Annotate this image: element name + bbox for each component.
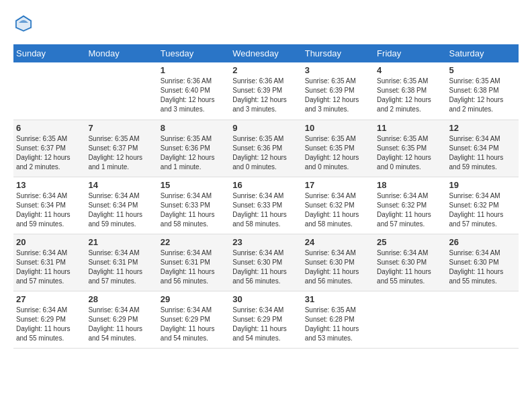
calendar-cell: 6Sunrise: 6:35 AM Sunset: 6:37 PM Daylig… [13, 120, 85, 177]
day-number: 1 [161, 65, 227, 75]
day-number: 9 [232, 123, 299, 133]
days-of-week-row: SundayMondayTuesdayWednesdayThursdayFrid… [13, 44, 519, 62]
day-info: Sunrise: 6:34 AM Sunset: 6:32 PM Dayligh… [305, 191, 371, 229]
day-info: Sunrise: 6:36 AM Sunset: 6:39 PM Dayligh… [232, 77, 299, 114]
logo-icon [13, 13, 34, 34]
day-number: 2 [232, 65, 299, 75]
day-number: 25 [377, 237, 443, 247]
calendar-cell: 31Sunrise: 6:35 AM Sunset: 6:28 PM Dayli… [302, 291, 374, 348]
day-info: Sunrise: 6:34 AM Sunset: 6:34 PM Dayligh… [88, 191, 154, 229]
calendar-cell: 17Sunrise: 6:34 AM Sunset: 6:32 PM Dayli… [302, 177, 374, 234]
day-number: 15 [161, 180, 227, 190]
day-number: 8 [161, 123, 227, 133]
week-row-3: 13Sunrise: 6:34 AM Sunset: 6:34 PM Dayli… [13, 177, 519, 234]
day-info: Sunrise: 6:35 AM Sunset: 6:38 PM Dayligh… [377, 77, 443, 114]
calendar-cell: 9Sunrise: 6:35 AM Sunset: 6:36 PM Daylig… [230, 120, 302, 177]
day-number: 4 [377, 65, 443, 75]
day-number: 23 [232, 237, 299, 247]
day-info: Sunrise: 6:35 AM Sunset: 6:38 PM Dayligh… [449, 77, 516, 114]
calendar-cell: 19Sunrise: 6:34 AM Sunset: 6:32 PM Dayli… [447, 177, 519, 234]
calendar-cell [13, 62, 85, 120]
day-of-week-wednesday: Wednesday [230, 44, 302, 62]
calendar-cell [374, 291, 446, 348]
calendar-cell: 13Sunrise: 6:34 AM Sunset: 6:34 PM Dayli… [13, 177, 85, 234]
calendar-body: 1Sunrise: 6:36 AM Sunset: 6:40 PM Daylig… [13, 62, 519, 348]
day-info: Sunrise: 6:34 AM Sunset: 6:34 PM Dayligh… [449, 134, 516, 172]
day-info: Sunrise: 6:35 AM Sunset: 6:39 PM Dayligh… [305, 77, 371, 114]
calendar-cell: 16Sunrise: 6:34 AM Sunset: 6:33 PM Dayli… [230, 177, 302, 234]
week-row-5: 27Sunrise: 6:34 AM Sunset: 6:29 PM Dayli… [13, 291, 519, 348]
calendar-cell: 18Sunrise: 6:34 AM Sunset: 6:32 PM Dayli… [374, 177, 446, 234]
day-number: 22 [161, 237, 227, 247]
day-number: 26 [449, 237, 516, 247]
day-info: Sunrise: 6:34 AM Sunset: 6:29 PM Dayligh… [88, 306, 154, 343]
calendar-cell: 15Sunrise: 6:34 AM Sunset: 6:33 PM Dayli… [158, 177, 230, 234]
day-info: Sunrise: 6:34 AM Sunset: 6:31 PM Dayligh… [88, 248, 154, 286]
calendar-cell: 4Sunrise: 6:35 AM Sunset: 6:38 PM Daylig… [374, 62, 446, 120]
day-info: Sunrise: 6:34 AM Sunset: 6:33 PM Dayligh… [161, 191, 227, 229]
calendar-cell: 5Sunrise: 6:35 AM Sunset: 6:38 PM Daylig… [447, 62, 519, 120]
day-number: 28 [88, 294, 154, 304]
calendar-cell: 2Sunrise: 6:36 AM Sunset: 6:39 PM Daylig… [230, 62, 302, 120]
day-info: Sunrise: 6:35 AM Sunset: 6:36 PM Dayligh… [161, 134, 227, 172]
day-number: 30 [232, 294, 299, 304]
day-info: Sunrise: 6:34 AM Sunset: 6:30 PM Dayligh… [305, 248, 371, 286]
day-info: Sunrise: 6:34 AM Sunset: 6:29 PM Dayligh… [232, 306, 299, 343]
page-header [13, 13, 519, 34]
day-info: Sunrise: 6:35 AM Sunset: 6:28 PM Dayligh… [305, 306, 371, 343]
calendar-cell [85, 62, 157, 120]
day-number: 24 [305, 237, 371, 247]
day-info: Sunrise: 6:34 AM Sunset: 6:29 PM Dayligh… [161, 306, 227, 343]
day-number: 18 [377, 180, 443, 190]
day-number: 11 [377, 123, 443, 133]
day-number: 3 [305, 65, 371, 75]
day-number: 29 [161, 294, 227, 304]
calendar-cell: 11Sunrise: 6:35 AM Sunset: 6:35 PM Dayli… [374, 120, 446, 177]
day-info: Sunrise: 6:34 AM Sunset: 6:30 PM Dayligh… [232, 248, 299, 286]
day-number: 6 [16, 123, 83, 133]
day-info: Sunrise: 6:35 AM Sunset: 6:35 PM Dayligh… [305, 134, 371, 172]
day-number: 31 [305, 294, 371, 304]
day-number: 10 [305, 123, 371, 133]
calendar-cell: 25Sunrise: 6:34 AM Sunset: 6:30 PM Dayli… [374, 234, 446, 291]
calendar-cell: 28Sunrise: 6:34 AM Sunset: 6:29 PM Dayli… [85, 291, 157, 348]
week-row-1: 1Sunrise: 6:36 AM Sunset: 6:40 PM Daylig… [13, 62, 519, 120]
day-of-week-saturday: Saturday [447, 44, 519, 62]
calendar-cell: 21Sunrise: 6:34 AM Sunset: 6:31 PM Dayli… [85, 234, 157, 291]
day-info: Sunrise: 6:34 AM Sunset: 6:33 PM Dayligh… [232, 191, 299, 229]
day-number: 20 [16, 237, 83, 247]
calendar-table: SundayMondayTuesdayWednesdayThursdayFrid… [13, 44, 519, 349]
day-info: Sunrise: 6:34 AM Sunset: 6:32 PM Dayligh… [449, 191, 516, 229]
day-info: Sunrise: 6:35 AM Sunset: 6:37 PM Dayligh… [88, 134, 154, 172]
day-info: Sunrise: 6:34 AM Sunset: 6:34 PM Dayligh… [16, 191, 83, 229]
day-number: 19 [449, 180, 516, 190]
day-info: Sunrise: 6:34 AM Sunset: 6:31 PM Dayligh… [16, 248, 83, 286]
calendar-cell: 7Sunrise: 6:35 AM Sunset: 6:37 PM Daylig… [85, 120, 157, 177]
calendar-header: SundayMondayTuesdayWednesdayThursdayFrid… [13, 44, 519, 62]
day-number: 13 [16, 180, 83, 190]
calendar-cell: 12Sunrise: 6:34 AM Sunset: 6:34 PM Dayli… [447, 120, 519, 177]
day-of-week-friday: Friday [374, 44, 446, 62]
day-number: 27 [16, 294, 83, 304]
day-number: 14 [88, 180, 154, 190]
logo [13, 13, 36, 34]
day-info: Sunrise: 6:35 AM Sunset: 6:35 PM Dayligh… [377, 134, 443, 172]
calendar-cell: 30Sunrise: 6:34 AM Sunset: 6:29 PM Dayli… [230, 291, 302, 348]
calendar-cell: 8Sunrise: 6:35 AM Sunset: 6:36 PM Daylig… [158, 120, 230, 177]
day-info: Sunrise: 6:34 AM Sunset: 6:31 PM Dayligh… [161, 248, 227, 286]
day-number: 7 [88, 123, 154, 133]
calendar-cell: 10Sunrise: 6:35 AM Sunset: 6:35 PM Dayli… [302, 120, 374, 177]
day-info: Sunrise: 6:35 AM Sunset: 6:37 PM Dayligh… [16, 134, 83, 172]
calendar-cell: 24Sunrise: 6:34 AM Sunset: 6:30 PM Dayli… [302, 234, 374, 291]
day-number: 5 [449, 65, 516, 75]
day-info: Sunrise: 6:34 AM Sunset: 6:32 PM Dayligh… [377, 191, 443, 229]
calendar-cell: 1Sunrise: 6:36 AM Sunset: 6:40 PM Daylig… [158, 62, 230, 120]
svg-marker-0 [15, 15, 32, 32]
day-of-week-sunday: Sunday [13, 44, 85, 62]
day-info: Sunrise: 6:34 AM Sunset: 6:30 PM Dayligh… [377, 248, 443, 286]
day-info: Sunrise: 6:35 AM Sunset: 6:36 PM Dayligh… [232, 134, 299, 172]
calendar-cell: 29Sunrise: 6:34 AM Sunset: 6:29 PM Dayli… [158, 291, 230, 348]
day-number: 21 [88, 237, 154, 247]
calendar-cell: 3Sunrise: 6:35 AM Sunset: 6:39 PM Daylig… [302, 62, 374, 120]
calendar-cell: 26Sunrise: 6:34 AM Sunset: 6:30 PM Dayli… [447, 234, 519, 291]
